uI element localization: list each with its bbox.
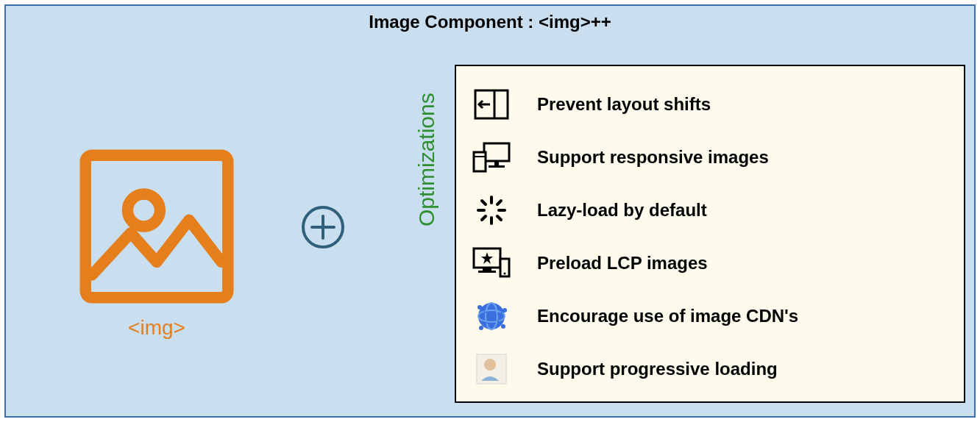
svg-rect-11 [474, 152, 486, 171]
svg-line-19 [482, 216, 486, 220]
svg-rect-22 [483, 268, 491, 271]
svg-rect-41 [477, 354, 506, 384]
lazy-load-icon [469, 192, 514, 229]
svg-point-27 [478, 303, 505, 329]
optimization-text: Encourage use of image CDN's [537, 306, 798, 326]
optimizations-box: Prevent layout shifts Support responsive… [455, 65, 965, 403]
optimization-text: Lazy-load by default [537, 200, 707, 221]
optimization-item: Lazy-load by default [469, 184, 951, 237]
svg-rect-10 [489, 165, 505, 168]
optimization-item: Encourage use of image CDN's [469, 290, 951, 343]
preload-icon [469, 245, 514, 282]
optimization-item: Prevent layout shifts [469, 78, 951, 131]
svg-line-20 [497, 201, 501, 204]
optimization-text: Support responsive images [537, 147, 769, 168]
progressive-icon [469, 351, 514, 387]
diagram-container: Image Component : <img>++ <img> Optimiza… [4, 4, 976, 418]
optimization-item: Preload LCP images [469, 237, 951, 290]
cdn-icon [469, 298, 514, 335]
optimization-item: Support responsive images [469, 131, 951, 184]
optimization-text: Prevent layout shifts [537, 94, 711, 115]
svg-line-18 [497, 216, 501, 220]
optimization-text: Preload LCP images [537, 253, 708, 273]
optimization-item: Support progressive loading [469, 343, 951, 396]
optimization-text: Support progressive loading [537, 359, 778, 379]
responsive-icon [469, 139, 514, 176]
svg-rect-8 [484, 143, 509, 161]
plus-icon [300, 204, 346, 250]
diagram-title: Image Component : <img>++ [6, 12, 974, 32]
svg-point-1 [127, 194, 160, 226]
svg-marker-24 [481, 252, 493, 264]
svg-line-17 [482, 201, 486, 204]
image-element-block: <img> [72, 146, 241, 340]
svg-rect-9 [494, 161, 499, 165]
image-label: <img> [72, 316, 241, 340]
optimizations-label: Optimizations [414, 93, 439, 226]
layout-shift-icon [469, 86, 514, 123]
image-icon [76, 146, 238, 307]
svg-point-26 [504, 273, 506, 275]
svg-rect-23 [478, 271, 496, 273]
